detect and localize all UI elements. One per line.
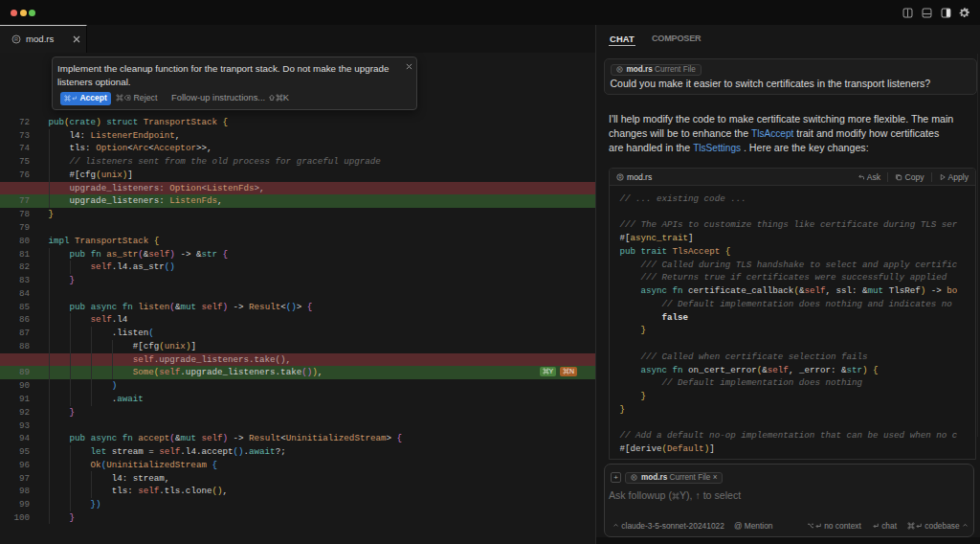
svg-text:R: R [633,475,635,480]
svg-text:R: R [618,67,621,72]
svg-text:R: R [618,175,622,180]
svg-text:R: R [14,36,18,42]
